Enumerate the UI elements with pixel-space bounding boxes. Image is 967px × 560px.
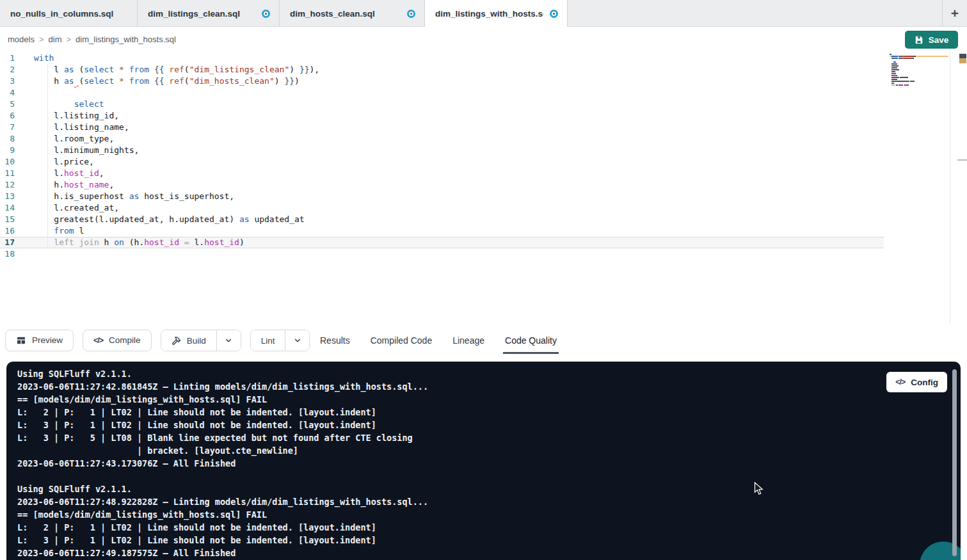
chevron-down-icon <box>293 336 302 345</box>
line-number: 11 <box>0 168 19 179</box>
code-line[interactable]: 6 l.listing_id, <box>0 110 884 122</box>
panel-tab-compiled-code[interactable]: Compiled Code <box>369 326 435 354</box>
ide-window: no_nulls_in_columns.sqldim_listings_clea… <box>0 0 967 560</box>
code-line[interactable]: 18 <box>0 248 884 260</box>
action-bar: Preview </> Compile Build <box>0 326 967 354</box>
line-number: 15 <box>0 214 19 225</box>
tab-dim_listings_with_hosts.sql[interactable]: dim_listings_with_hosts.sql <box>425 0 568 27</box>
tab-label: dim_hosts_clean.sql <box>290 9 375 19</box>
code-line[interactable]: 17 left join h on (h.host_id = l.host_id… <box>0 237 884 248</box>
panel-tabs: ResultsCompiled CodeLineageCode Quality <box>318 326 559 354</box>
code-text: l.listing_id, <box>34 110 119 122</box>
hammer-icon <box>172 336 181 346</box>
compile-button[interactable]: </> Compile <box>83 330 152 351</box>
breadcrumb-separator-icon: > <box>35 35 49 44</box>
code-editor[interactable]: 1with2 l as (select * from {{ ref("dim_l… <box>0 51 967 324</box>
build-dropdown-button[interactable] <box>216 330 241 351</box>
code-icon: </> <box>93 336 103 345</box>
code-text: greatest(l.updated_at, h.updated_at) as … <box>34 214 305 225</box>
tab-no_nulls_in_columns.sql[interactable]: no_nulls_in_columns.sql <box>0 0 138 27</box>
code-text: from l <box>34 225 84 237</box>
config-button-label: Config <box>911 378 938 387</box>
config-button[interactable]: </> Config <box>886 372 947 392</box>
code-line[interactable]: 3 h as (select * from {{ ref("dim_hosts_… <box>0 76 884 87</box>
tab-dim_listings_clean.sql[interactable]: dim_listings_clean.sql <box>138 0 280 27</box>
save-button-label: Save <box>929 35 949 45</box>
line-number: 9 <box>0 145 19 156</box>
save-button[interactable]: Save <box>905 31 958 49</box>
breadcrumb: models>dim>dim_listings_with_hosts.sql <box>8 33 176 45</box>
code-line[interactable]: 15 greatest(l.updated_at, h.updated_at) … <box>0 214 884 225</box>
line-number: 2 <box>0 64 19 76</box>
line-number: 12 <box>0 179 19 191</box>
lint-dropdown-button[interactable] <box>285 330 309 351</box>
preview-button[interactable]: Preview <box>5 330 74 351</box>
line-number: 10 <box>0 156 19 168</box>
code-line[interactable]: 8 l.room_type, <box>0 133 884 145</box>
breadcrumb-separator-icon: > <box>61 35 76 44</box>
code-text: select <box>34 99 104 110</box>
code-icon: </> <box>895 378 905 387</box>
line-number: 4 <box>0 87 19 99</box>
build-button-label: Build <box>187 336 206 346</box>
code-line[interactable]: 14 l.created_at, <box>0 202 884 214</box>
minimap[interactable] <box>890 54 948 88</box>
code-line[interactable]: 7 l.listing_name, <box>0 122 884 133</box>
code-text: h.host_name, <box>34 179 114 191</box>
code-text: l.price, <box>34 156 94 168</box>
line-number: 1 <box>0 52 19 64</box>
preview-table-icon <box>16 335 26 346</box>
line-number: 14 <box>0 202 19 214</box>
lint-button[interactable]: Lint <box>251 330 285 351</box>
preview-button-label: Preview <box>32 335 63 345</box>
unsaved-changes-icon <box>550 10 558 18</box>
code-line[interactable]: 12 h.host_name, <box>0 179 884 191</box>
code-text: l.listing_name, <box>34 122 129 133</box>
new-tab-zone: + <box>942 0 967 26</box>
code-line[interactable]: 9 l.minimum_nights, <box>0 145 884 156</box>
code-line[interactable]: 10 l.price, <box>0 156 884 168</box>
code-line[interactable]: 13 h.is_superhost as host_is_superhost, <box>0 191 884 202</box>
line-number: 8 <box>0 133 19 145</box>
line-number: 18 <box>0 248 19 260</box>
code-text: l.room_type, <box>34 133 114 145</box>
line-number: 5 <box>0 99 19 110</box>
unsaved-changes-icon <box>407 10 415 18</box>
tab-label: dim_listings_clean.sql <box>148 9 240 19</box>
code-line[interactable]: 16 from l <box>0 225 884 237</box>
panel-tab-results[interactable]: Results <box>318 326 352 354</box>
build-split-button: Build <box>161 330 241 351</box>
code-text: l.host_id, <box>34 168 104 179</box>
terminal-scrollbar[interactable] <box>952 369 957 556</box>
lint-button-label: Lint <box>261 336 275 346</box>
panel-tab-lineage[interactable]: Lineage <box>451 326 486 354</box>
breadcrumb-item[interactable]: models <box>8 35 35 44</box>
lint-split-button: Lint <box>250 330 310 351</box>
build-button[interactable]: Build <box>161 330 216 351</box>
save-icon <box>915 35 923 44</box>
unsaved-changes-icon <box>262 10 270 18</box>
line-number: 7 <box>0 122 19 133</box>
line-number: 3 <box>0 76 19 87</box>
code-line[interactable]: 4 <box>0 87 884 99</box>
tab-dim_hosts_clean.sql[interactable]: dim_hosts_clean.sql <box>280 0 425 27</box>
line-number: 6 <box>0 110 19 122</box>
code-line[interactable]: 2 l as (select * from {{ ref("dim_listin… <box>0 64 884 76</box>
code-line[interactable]: 1with <box>0 52 884 64</box>
breadcrumb-item[interactable]: dim <box>49 35 62 44</box>
breadcrumb-item[interactable]: dim_listings_with_hosts.sql <box>76 35 176 44</box>
code-line[interactable]: 5 select <box>0 99 884 110</box>
code-text: h.is_superhost as host_is_superhost, <box>34 191 234 202</box>
editor-actions: Preview </> Compile Build <box>0 330 310 351</box>
line-number: 16 <box>0 225 19 237</box>
tab-label: no_nulls_in_columns.sql <box>10 9 113 19</box>
line-number: 13 <box>0 191 19 202</box>
code-line[interactable]: 11 l.host_id, <box>0 168 884 179</box>
lint-output-panel: Using SQLFluff v2.1.1. 2023-06-06T11:27:… <box>6 362 961 560</box>
code-text: l.minimum_nights, <box>34 145 139 156</box>
tab-label: dim_listings_with_hosts.sql <box>435 9 543 19</box>
panel-tab-code-quality[interactable]: Code Quality <box>503 326 559 354</box>
new-tab-button[interactable]: + <box>951 6 959 20</box>
code-text: with <box>34 52 54 64</box>
terminal-output: Using SQLFluff v2.1.1. 2023-06-06T11:27:… <box>6 362 961 559</box>
